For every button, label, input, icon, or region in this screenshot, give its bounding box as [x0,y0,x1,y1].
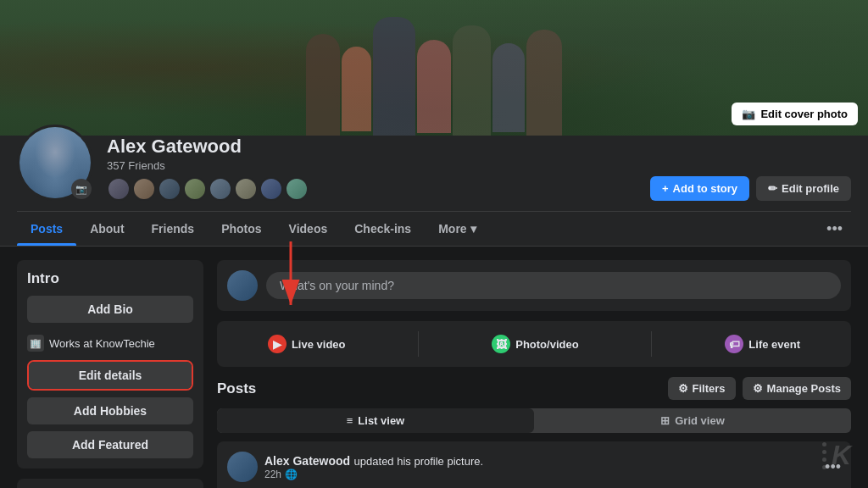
add-bio-button[interactable]: Add Bio [27,296,193,323]
tab-about[interactable]: About [76,212,137,246]
photo-video-button[interactable]: 🖼 Photo/video [483,330,587,358]
posts-controls: ⚙ Filters ⚙ Manage Posts [668,377,851,400]
cover-photo: 📷 Edit cover photo [0,0,868,136]
friend-avatar [158,177,181,201]
friend-avatar [209,177,232,201]
nav-tabs: Posts About Friends Photos Videos Check-… [17,211,851,246]
tab-check-ins[interactable]: Check-ins [341,212,425,246]
camera-icon: 📷 [75,184,87,195]
friends-avatars-row [107,177,309,201]
sliders-icon: ⚙ [678,382,688,395]
live-video-label: Live video [292,338,346,351]
view-tabs: ≡ List view ⊞ Grid view [217,408,851,433]
tab-posts[interactable]: Posts [17,212,76,246]
post-avatar [227,452,258,482]
create-post-bar: What's on your mind? [217,260,851,311]
post-author-info: Alex Gatewood updated his profile pictur… [227,452,483,482]
life-event-button[interactable]: 🏷 Life event [716,330,809,358]
posts-section-title: Posts [217,380,256,397]
list-view-tab[interactable]: ≡ List view [217,408,534,433]
friend-avatar [183,177,207,201]
profile-name: Alex Gatewood [107,136,309,158]
post-author: Alex Gatewood updated his profile pictur… [264,453,483,469]
post-time: 22h 🌐 [264,469,483,480]
tab-friends[interactable]: Friends [138,212,209,246]
watermark-letter: K [832,440,851,471]
posts-header: Posts ⚙ Filters ⚙ Manage Posts [217,377,851,400]
filters-button[interactable]: ⚙ Filters [668,377,736,400]
change-avatar-button[interactable]: 📷 [71,179,92,199]
knowtechie-watermark: K [822,440,851,471]
profile-actions: + Add to story ✏ Edit profile [650,176,851,211]
nav-more-dots[interactable]: ••• [818,214,851,245]
intro-card: Intro Add Bio 🏢 Works at KnowTechie Edit… [17,260,203,469]
works-at-row: 🏢 Works at KnowTechie [27,330,193,357]
add-story-label: Add to story [673,182,738,195]
main-content: Intro Add Bio 🏢 Works at KnowTechie Edit… [0,247,868,488]
add-featured-button[interactable]: Add Featured [27,431,193,458]
profile-avatar-wrapper: 📷 [17,125,93,201]
camera-icon: 📷 [742,108,755,120]
grid-icon: ⊞ [660,414,670,427]
tab-videos[interactable]: Videos [275,212,342,246]
divider [651,331,652,357]
friend-avatar [234,177,258,201]
right-column: What's on your mind? ▶ Live video 🖼 Phot… [217,260,851,488]
life-event-icon: 🏷 [725,335,743,353]
pencil-icon: ✏ [768,182,777,195]
gear-icon: ⚙ [753,382,763,395]
live-video-icon: ▶ [268,335,287,353]
profile-info-row: 📷 Alex Gatewood 357 Friends [17,136,309,211]
post-description: updated his profile picture. [354,455,483,468]
divider [418,331,419,357]
post-card: Alex Gatewood updated his profile pictur… [217,441,851,488]
life-event-label: Life event [748,338,800,351]
edit-details-button[interactable]: Edit details [29,362,192,389]
add-to-story-button[interactable]: + Add to story [650,176,749,201]
globe-icon: 🌐 [285,469,298,480]
friend-avatar [107,177,131,201]
left-column: Intro Add Bio 🏢 Works at KnowTechie Edit… [17,260,203,488]
watermark-dots [822,442,826,469]
works-icon: 🏢 [27,335,44,352]
tab-more[interactable]: More ▾ [425,212,489,246]
profile-section: 📷 Alex Gatewood 357 Friends [0,136,868,247]
friend-avatar [285,177,309,201]
friend-avatar [132,177,156,201]
edit-cover-label: Edit cover photo [760,108,848,120]
works-at-text: Works at KnowTechie [49,337,155,350]
whats-on-mind-input[interactable]: What's on your mind? [266,272,841,299]
post-header: Alex Gatewood updated his profile pictur… [227,452,841,482]
friend-avatar [259,177,283,201]
edit-cover-photo-button[interactable]: 📷 Edit cover photo [732,103,858,125]
tab-photos[interactable]: Photos [208,212,275,246]
create-post-avatar [227,270,258,301]
edit-profile-button[interactable]: ✏ Edit profile [756,176,851,201]
live-video-button[interactable]: ▶ Live video [259,330,354,358]
photo-video-label: Photo/video [515,338,578,351]
photos-section: Photos See all photos [17,479,203,488]
intro-title: Intro [27,270,193,287]
add-hobbies-button[interactable]: Add Hobbies [27,397,193,424]
manage-posts-button[interactable]: ⚙ Manage Posts [743,377,851,400]
profile-text: Alex Gatewood 357 Friends [107,136,309,201]
friends-count: 357 Friends [107,159,309,172]
grid-view-tab[interactable]: ⊞ Grid view [534,408,851,433]
plus-icon: + [662,182,669,195]
post-meta: Alex Gatewood updated his profile pictur… [264,453,483,480]
list-icon: ≡ [347,414,353,427]
edit-details-wrapper: Edit details [27,360,193,391]
edit-profile-label: Edit profile [782,182,839,195]
create-actions-bar: ▶ Live video 🖼 Photo/video 🏷 Life event [217,321,851,367]
photo-video-icon: 🖼 [492,335,510,353]
